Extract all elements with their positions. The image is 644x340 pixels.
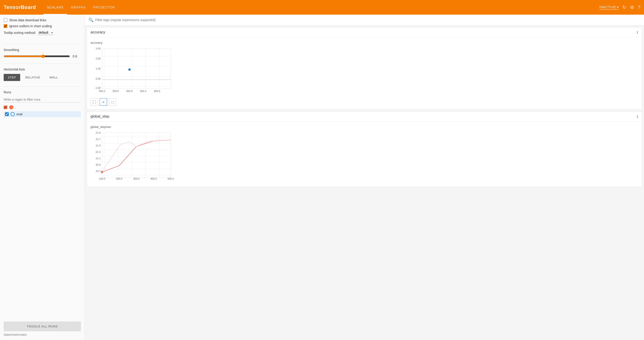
- svg-rect-0: [102, 48, 171, 89]
- svg-text:-1.00: -1.00: [95, 86, 100, 89]
- nav-projector[interactable]: PROJECTOR: [90, 0, 118, 15]
- settings-icon[interactable]: ⚙: [630, 4, 634, 10]
- svg-text:20.9: 20.9: [96, 163, 100, 166]
- header-right: INACTIVE ▾ ↻ ⚙ ?: [599, 4, 640, 10]
- axis-buttons: STEP RELATIVE WALL: [4, 74, 81, 81]
- tag-filter-input[interactable]: [95, 18, 640, 22]
- svg-text:20.7: 20.7: [96, 170, 100, 172]
- tooltip-select-wrapper: default ▾: [38, 30, 53, 35]
- svg-text:599.2: 599.2: [99, 90, 105, 92]
- divider-2: [4, 64, 81, 64]
- svg-point-26: [101, 171, 103, 173]
- tooltip-label: Tooltip sorting method:: [4, 31, 36, 34]
- svg-text:21.1: 21.1: [96, 157, 100, 160]
- axis-wall-button[interactable]: WALL: [46, 74, 62, 81]
- svg-text:2.00: 2.00: [96, 57, 100, 60]
- svg-text:600.8: 600.8: [154, 90, 160, 92]
- svg-text:500.0: 500.0: [168, 177, 174, 180]
- axis-relative-button[interactable]: RELATIVE: [21, 74, 44, 81]
- svg-text:21.3: 21.3: [96, 151, 100, 153]
- main-content: 🔍 accuracy 1 accuracy: [85, 15, 644, 340]
- accuracy-card: accuracy 1 accuracy 3.00: [87, 27, 642, 110]
- show-download-row: Show data download links: [4, 18, 81, 22]
- status-label: INACTIVE: [599, 5, 616, 9]
- status-dropdown[interactable]: INACTIVE ▾: [599, 5, 619, 9]
- global-step-chart: 21.9 21.7 21.5 21.3 21.1 20.9 20.7 100.0…: [90, 130, 638, 183]
- svg-text:21.7: 21.7: [96, 138, 100, 141]
- svg-text:100.0: 100.0: [99, 177, 105, 180]
- ignore-outliers-row: Ignore outliers in chart scaling: [4, 24, 81, 28]
- run-item-eval: eval: [4, 111, 81, 117]
- svg-text:400.0: 400.0: [150, 177, 157, 180]
- runs-section: Runs . eval: [4, 90, 81, 318]
- ignore-outliers-checkbox[interactable]: [4, 24, 7, 28]
- smoothing-title: Smoothing: [4, 48, 81, 52]
- smoothing-value: 0.6: [73, 54, 81, 58]
- svg-text:600.4: 600.4: [140, 90, 146, 92]
- svg-point-12: [128, 68, 131, 71]
- accuracy-chart: 3.00 2.00 1.00 0.00 -1.00 599.2 599.6 60…: [90, 46, 638, 97]
- svg-text:300.0: 300.0: [133, 177, 140, 180]
- run-eval-checkbox[interactable]: [5, 112, 9, 116]
- show-download-label: Show data download links: [9, 18, 46, 22]
- divider-3: [4, 86, 81, 87]
- help-icon[interactable]: ?: [638, 5, 640, 10]
- svg-text:599.6: 599.6: [112, 90, 119, 92]
- accuracy-count: 1: [636, 30, 638, 34]
- main-layout: Show data download links Ignore outliers…: [0, 15, 644, 340]
- header: TensorBoard SCALARS GRAPHS PROJECTOR INA…: [0, 0, 644, 15]
- toggle-lines-button[interactable]: ≡: [100, 98, 107, 106]
- show-download-checkbox[interactable]: [4, 18, 7, 22]
- global-step-header: global_step 1: [87, 112, 642, 122]
- svg-text:0.00: 0.00: [96, 77, 100, 80]
- svg-text:200.0: 200.0: [116, 177, 122, 180]
- global-step-body: global_step/sec 21.9 21.7 21.5 21: [87, 122, 642, 187]
- accuracy-subtitle: accuracy: [90, 41, 638, 44]
- run-dot-checkbox[interactable]: [4, 106, 7, 109]
- run-dot-color: [9, 105, 13, 109]
- search-icon: 🔍: [88, 17, 94, 22]
- axis-section: Horizontal Axis STEP RELATIVE WALL: [4, 67, 81, 81]
- run-item-dot: .: [4, 105, 81, 109]
- tooltip-select[interactable]: default: [38, 30, 53, 35]
- svg-text:600.0: 600.0: [126, 90, 133, 92]
- tooltip-row: Tooltip sorting method: default ▾: [4, 30, 81, 35]
- toggle-zoom-button[interactable]: ⬚: [109, 98, 116, 106]
- svg-rect-13: [102, 133, 171, 177]
- ignore-outliers-label: Ignore outliers in chart scaling: [9, 24, 52, 28]
- global-step-count: 1: [636, 115, 638, 118]
- svg-text:1.00: 1.00: [96, 67, 100, 70]
- runs-filter-input[interactable]: [4, 97, 81, 103]
- accuracy-title: accuracy: [90, 30, 105, 34]
- toggle-all-runs-button[interactable]: TOGGLE ALL RUNS: [4, 322, 81, 331]
- smoothing-row: 0.6: [4, 54, 81, 58]
- sidebar: Show data download links Ignore outliers…: [0, 15, 85, 340]
- run-eval-label: eval: [16, 112, 22, 116]
- smoothing-section: Smoothing 0.6: [4, 48, 81, 58]
- refresh-icon[interactable]: ↻: [622, 4, 626, 10]
- axis-step-button[interactable]: STEP: [4, 74, 20, 81]
- run-dot-label: .: [15, 106, 16, 109]
- accuracy-body: accuracy 3.00 2.00 1.00: [87, 37, 642, 109]
- runs-title: Runs: [4, 90, 81, 94]
- dropdown-arrow-icon: ▾: [617, 5, 619, 9]
- fit-chart-button[interactable]: ⛶: [90, 98, 98, 106]
- divider-1: [4, 44, 81, 44]
- svg-text:21.9: 21.9: [96, 131, 100, 134]
- options-section: Show data download links Ignore outliers…: [4, 18, 81, 39]
- nav-scalars[interactable]: SCALARS: [43, 0, 67, 15]
- accuracy-toolbar: ⛶ ≡ ⬚: [90, 98, 638, 106]
- footer-path: /data/mnist/models: [4, 333, 81, 336]
- global-step-card: global_step 1 global_step/sec 21.9: [87, 111, 642, 187]
- accuracy-header: accuracy 1: [87, 27, 642, 37]
- nav-graphs[interactable]: GRAPHS: [67, 0, 90, 15]
- filter-bar: 🔍: [85, 15, 644, 25]
- axis-title: Horizontal Axis: [4, 67, 81, 71]
- svg-text:3.00: 3.00: [96, 47, 100, 50]
- app-logo: TensorBoard: [4, 4, 36, 10]
- main-nav: SCALARS GRAPHS PROJECTOR: [43, 0, 119, 15]
- smoothing-slider[interactable]: [4, 54, 70, 58]
- svg-text:21.5: 21.5: [96, 144, 100, 147]
- run-eval-color: [10, 112, 15, 116]
- global-step-title: global_step: [90, 114, 109, 119]
